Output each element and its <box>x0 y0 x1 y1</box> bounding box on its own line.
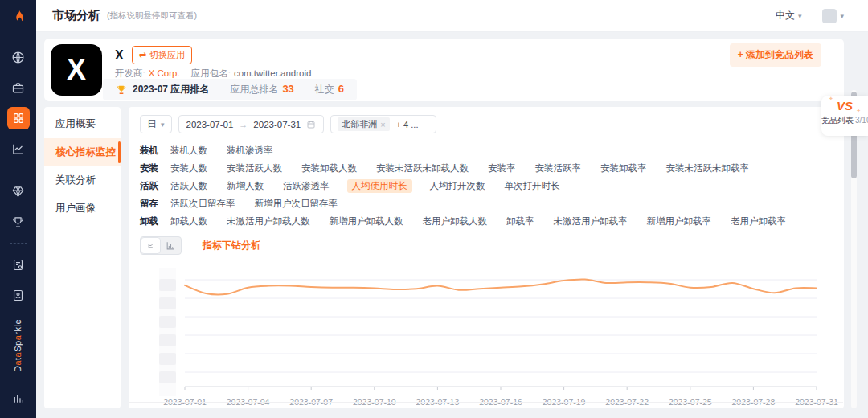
trophy-badge-icon <box>116 84 127 96</box>
metric-selector: 装机装机人数装机渗透率安装安装人数安装活跃人数安装卸载人数安装未活跃未卸载人数安… <box>140 144 833 228</box>
nav-item[interactable]: 用户画像 <box>44 195 121 223</box>
metric-category-label: 留存 <box>140 197 169 211</box>
drilldown-link[interactable]: 指标下钻分析 <box>203 239 260 252</box>
total-rank: 应用总排名33 <box>230 83 293 96</box>
metric-chip[interactable]: 老用户卸载人数 <box>421 215 489 228</box>
granularity-value: 日 <box>147 117 157 131</box>
package-label: 应用包名: <box>191 68 231 78</box>
doc-user-icon[interactable] <box>7 284 30 306</box>
chart-plot[interactable] <box>180 266 823 395</box>
globe-icon[interactable] <box>7 46 30 68</box>
date-start: 2023-07-01 <box>186 120 234 129</box>
granularity-select[interactable]: 日 ▾ <box>140 115 172 133</box>
redacted-y-label <box>159 316 176 328</box>
redacted-y-label <box>159 371 176 383</box>
flame-logo-icon[interactable] <box>8 7 29 28</box>
page-note: (指标说明悬停即可查看) <box>107 10 197 22</box>
remove-tag-icon[interactable]: × <box>380 120 385 129</box>
region-filter[interactable]: 北部非洲 × + 4 ... <box>330 115 436 133</box>
metric-chip[interactable]: 人均打开次数 <box>428 179 487 193</box>
metric-chip[interactable]: 活跃人数 <box>169 179 209 193</box>
add-to-competitors-button[interactable]: + 添加到竞品列表 <box>730 43 821 67</box>
language-selector[interactable]: 中文 ▾ <box>776 9 802 23</box>
metric-chip[interactable]: 新增用户卸载率 <box>645 215 714 228</box>
app-info-card: X X ⇌ 切换应用 开发商:X Corp.应用包名:com.twitter.a… <box>44 39 844 101</box>
competitor-count: 3/10 <box>855 116 868 125</box>
metric-chip[interactable]: 安装卸载人数 <box>300 162 358 175</box>
chevron-down-icon: ▾ <box>161 121 165 129</box>
metric-chip[interactable]: 安装活跃率 <box>534 162 583 175</box>
usage-line-chart: 2023-07-012023-07-042023-07-072023-07-10… <box>140 266 833 417</box>
nav-item[interactable]: 核心指标监控 <box>44 138 121 166</box>
metric-chip[interactable]: 安装率 <box>486 162 518 175</box>
metric-chip[interactable]: 新增用户卸载人数 <box>328 215 405 228</box>
metric-row: 活跃活跃人数新增人数活跃渗透率人均使用时长人均打开次数单次打开时长 <box>140 179 833 193</box>
metric-category-label: 卸载 <box>140 215 169 228</box>
metric-chip[interactable]: 安装未活跃未卸载人数 <box>375 162 470 175</box>
scrollbar <box>851 90 857 408</box>
category-rank: 社交6 <box>315 83 344 96</box>
date-range-picker[interactable]: 2023-07-01 → 2023-07-31 <box>178 115 325 133</box>
date-end: 2023-07-31 <box>253 120 301 129</box>
metric-category-label: 活跃 <box>140 179 169 193</box>
grid-apps-icon[interactable] <box>7 107 30 129</box>
metric-chip[interactable]: 未激活用户卸载人数 <box>225 215 312 228</box>
collapse-menu-icon[interactable] <box>7 387 30 410</box>
briefcase-icon[interactable] <box>7 76 30 99</box>
metric-chip[interactable]: 老用户卸载率 <box>729 215 788 228</box>
metric-chip[interactable]: 活跃次日留存率 <box>169 197 237 211</box>
region-more: + 4 ... <box>396 120 419 129</box>
nav-item[interactable]: 应用概要 <box>44 110 121 138</box>
metric-row: 留存活跃次日留存率新增用户次日留存率 <box>140 197 833 211</box>
metric-chip[interactable]: 安装活跃人数 <box>225 162 284 175</box>
metric-chip[interactable]: 卸载率 <box>505 215 536 228</box>
competitor-vs-tab[interactable]: VS 竞品列表3/10 <box>821 96 868 136</box>
trend-chart-icon[interactable] <box>7 137 30 160</box>
metric-chip[interactable]: 人均使用时长 <box>347 179 412 193</box>
metric-chip[interactable]: 活跃渗透率 <box>281 179 331 193</box>
doc-gear-icon[interactable] <box>7 253 30 276</box>
metric-chip[interactable]: 装机人数 <box>169 144 209 158</box>
trophy-icon[interactable] <box>7 211 30 233</box>
gem-icon[interactable] <box>7 180 30 203</box>
main-panel: 日 ▾ 2023-07-01 → 2023-07-31 北部非洲 × + 4 .… <box>129 107 844 408</box>
metric-chip[interactable]: 装机渗透率 <box>225 144 275 158</box>
chevron-down-icon: ▾ <box>840 12 844 20</box>
package-value: com.twitter.android <box>234 68 312 78</box>
chart-toolbar: 指标下钻分析 <box>140 236 833 255</box>
metric-row: 安装安装人数安装活跃人数安装卸载人数安装未活跃未卸载人数安装率安装活跃率安装卸载… <box>140 162 833 175</box>
app-logo-letter: X <box>67 53 86 87</box>
redacted-y-label <box>159 334 176 346</box>
top-header: 市场分析 (指标说明悬停即可查看) 中文 ▾ ▾ <box>36 0 868 32</box>
nav-item[interactable]: 关联分析 <box>44 166 121 195</box>
date-range-arrow: → <box>239 120 248 129</box>
developer-value[interactable]: X Corp. <box>149 68 180 78</box>
avatar <box>822 9 837 23</box>
page-title: 市场分析 <box>52 8 100 23</box>
bar-chart-toggle[interactable] <box>161 237 181 254</box>
metric-category-label: 安装 <box>140 162 169 175</box>
metric-chip[interactable]: 卸载人数 <box>169 215 209 228</box>
redacted-y-label <box>159 353 176 365</box>
metric-chip[interactable]: 未激活用户卸载率 <box>552 215 629 228</box>
redacted-y-label <box>159 279 176 291</box>
line-chart-toggle[interactable] <box>141 237 161 254</box>
section-nav: 应用概要核心指标监控关联分析用户画像 <box>44 107 121 408</box>
chevron-down-icon: ▾ <box>798 12 802 20</box>
metric-chip[interactable]: 安装人数 <box>169 162 209 175</box>
competitor-list-label: 竞品列表 <box>821 116 854 125</box>
metric-chip[interactable]: 安装未活跃未卸载率 <box>665 162 751 175</box>
rank-pill: 2023-07 应用排名 应用总排名33 社交6 <box>103 79 357 100</box>
brand-name: DataSparkle <box>14 319 23 372</box>
metric-chip[interactable]: 单次打开时长 <box>503 179 562 193</box>
switch-app-button[interactable]: ⇌ 切换应用 <box>132 46 192 64</box>
metric-row: 卸载卸载人数未激活用户卸载人数新增用户卸载人数老用户卸载人数卸载率未激活用户卸载… <box>140 215 833 228</box>
user-menu[interactable]: ▾ <box>822 9 844 23</box>
region-tag: 北部非洲 × <box>338 117 389 131</box>
filter-bar: 日 ▾ 2023-07-01 → 2023-07-31 北部非洲 × + 4 .… <box>140 115 833 133</box>
metric-chip[interactable]: 新增用户次日留存率 <box>253 197 340 211</box>
divider <box>129 402 843 403</box>
redacted-y-label <box>159 297 176 309</box>
metric-chip[interactable]: 安装卸载率 <box>599 162 649 175</box>
metric-chip[interactable]: 新增人数 <box>225 179 265 193</box>
